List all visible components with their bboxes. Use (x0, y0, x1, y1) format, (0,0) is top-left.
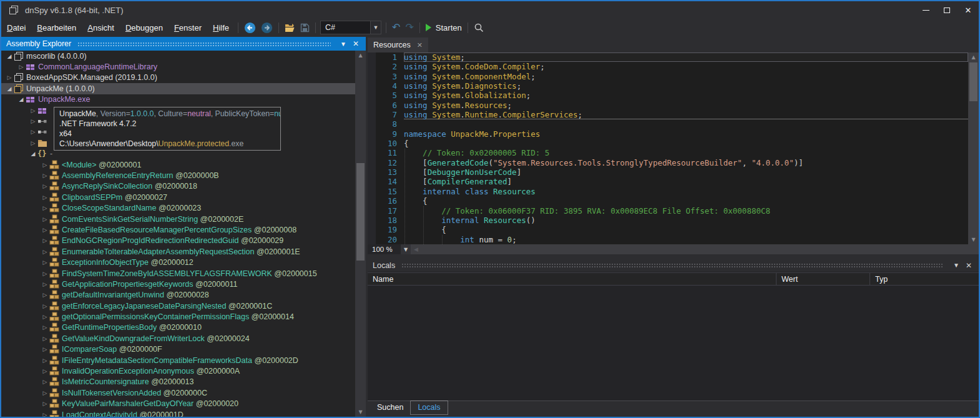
expander-collapsed-icon[interactable]: ▷ (41, 292, 49, 298)
code-line[interactable]: using System.CodeDom.Compiler; (404, 62, 968, 71)
code-line[interactable]: { (404, 196, 968, 206)
expander-expanded-icon[interactable]: ◢ (5, 86, 14, 92)
code-line[interactable]: [GeneratedCode("System.Resources.Tools.S… (404, 158, 968, 167)
code-line[interactable]: int num = 0; (404, 235, 968, 244)
expander-expanded-icon[interactable]: ◢ (5, 53, 14, 59)
expander-collapsed-icon[interactable]: ▷ (41, 412, 49, 417)
bottom-tab-suchen[interactable]: Suchen (370, 401, 410, 414)
code-editor[interactable]: 1234567891011121314151617181920 using Sy… (368, 52, 979, 244)
expander-collapsed-icon[interactable]: ▷ (41, 368, 49, 374)
navigate-back-button[interactable] (242, 21, 258, 35)
expander-collapsed-icon[interactable]: ▷ (41, 390, 49, 396)
menu-debuggen[interactable]: Debuggen (120, 19, 169, 36)
search-button[interactable] (471, 21, 487, 34)
tab-resources[interactable]: Resources ✕ (368, 37, 428, 52)
scroll-up-icon[interactable]: ▲ (968, 52, 979, 62)
code-content[interactable]: using System;using System.CodeDom.Compil… (404, 52, 968, 244)
tree-item[interactable]: ▷<Module> @02000001 (1, 159, 355, 170)
expander-collapsed-icon[interactable]: ▷ (29, 129, 37, 135)
redo-button[interactable]: ↷ (403, 21, 416, 34)
tree-item[interactable]: ◢UnpackMe (1.0.0.0) (1, 83, 355, 94)
tree-item[interactable]: ◢mscorlib (4.0.0.0) (1, 51, 355, 61)
expander-collapsed-icon[interactable]: ▷ (29, 107, 37, 114)
horizontal-scrollbar[interactable]: ◀ (411, 244, 979, 254)
expander-collapsed-icon[interactable]: ▷ (41, 271, 49, 277)
tree-item[interactable]: ▷IsMetricCountersignature @02000013 (1, 377, 355, 387)
code-line[interactable]: using System.Diagnostics; (404, 81, 968, 91)
panel-menu-button[interactable]: ▼ (950, 262, 963, 269)
bottom-tab-locals[interactable]: Locals (410, 401, 448, 415)
tree-item[interactable]: ▷AsyncReplySinkCollection @02000018 (1, 181, 355, 192)
code-line[interactable]: internal Resources() (404, 216, 968, 225)
expander-collapsed-icon[interactable]: ▷ (41, 227, 49, 233)
tree-item[interactable]: ▷AssemblyReferenceEntryReturn @0200000B (1, 170, 355, 181)
code-line[interactable]: // Token: 0x06000F37 RID: 3895 RVA: 0x00… (404, 206, 968, 216)
expander-collapsed-icon[interactable]: ▷ (41, 401, 49, 407)
menu-ansicht[interactable]: Ansicht (82, 19, 120, 36)
expander-collapsed-icon[interactable]: ▷ (41, 194, 49, 201)
expander-collapsed-icon[interactable]: ▷ (41, 249, 49, 255)
tree-item[interactable]: ▷IComparerSoap @0200000F (1, 344, 355, 355)
expander-collapsed-icon[interactable]: ▷ (41, 259, 49, 266)
expander-collapsed-icon[interactable]: ▷ (41, 346, 49, 352)
undo-button[interactable]: ↶ (390, 21, 403, 34)
tree-item[interactable]: ▷IsNullTokensetVersionAdded @0200000C (1, 387, 355, 398)
scroll-down-icon[interactable]: ▼ (968, 235, 979, 244)
code-line[interactable]: // Token: 0x02000005 RID: 5 (404, 148, 968, 157)
expander-collapsed-icon[interactable]: ▷ (41, 237, 49, 244)
expander-collapsed-icon[interactable]: ▷ (41, 162, 49, 168)
tree-item[interactable]: ▷IFileEntryMetadataSectionCompatibleFram… (1, 355, 355, 366)
tree-item[interactable]: ▷InvalidOperationExceptionAnonymous @020… (1, 366, 355, 376)
tree-item[interactable]: ▷getOptionalPermissionsKeyContainerPermi… (1, 311, 355, 322)
tree-item[interactable]: ▷CommonLanguageRuntimeLibrary (1, 61, 355, 72)
menu-bearbeiten[interactable]: Bearbeiten (31, 19, 82, 36)
tree-item[interactable]: ▷EnumerableToIterableAdapterAssemblyRequ… (1, 246, 355, 257)
expander-collapsed-icon[interactable]: ▷ (29, 118, 37, 124)
expander-collapsed-icon[interactable]: ▷ (41, 314, 49, 320)
locals-header[interactable]: Locals ▼ ✕ (368, 259, 979, 272)
open-file-button[interactable] (282, 22, 298, 34)
minimize-button[interactable] (915, 1, 936, 19)
expander-collapsed-icon[interactable]: ▷ (41, 172, 49, 179)
locals-column-wert[interactable]: Wert (777, 273, 870, 285)
expander-collapsed-icon[interactable]: ▷ (29, 140, 37, 146)
tree-item[interactable]: ▷BoxedAppSDK.Managed (2019.1.0.0) (1, 72, 355, 83)
tree-item[interactable]: ▷CloseScopeStandardName @02000023 (1, 202, 355, 213)
scroll-left-icon[interactable]: ◀ (411, 246, 418, 252)
menu-datei[interactable]: Datei (1, 19, 31, 36)
code-line[interactable]: using System.Globalization; (404, 91, 968, 100)
expander-collapsed-icon[interactable]: ▷ (5, 74, 14, 81)
zoom-selector[interactable]: 100 % ▼ (368, 244, 411, 254)
close-button[interactable]: ✕ (958, 1, 979, 19)
code-line[interactable]: [DebuggerNonUserCode] (404, 167, 968, 177)
code-line[interactable]: using System.Runtime.CompilerServices; (404, 110, 968, 119)
expander-collapsed-icon[interactable]: ▷ (41, 336, 49, 342)
tree-item[interactable]: ▷GetValueKindDowngradeFromWriterLock @02… (1, 333, 355, 344)
start-debugging-button[interactable]: Starten (423, 22, 464, 34)
expander-collapsed-icon[interactable]: ▷ (41, 216, 49, 222)
splitter[interactable] (368, 254, 979, 259)
panel-close-button[interactable]: ✕ (350, 39, 362, 48)
scrollbar-thumb[interactable] (356, 163, 365, 261)
tree-item[interactable]: ▷KeyValuePairMarshalerGetDayOfYear @0200… (1, 399, 355, 409)
expander-collapsed-icon[interactable]: ▷ (41, 303, 49, 309)
code-line[interactable]: [CompilerGenerated] (404, 177, 968, 186)
editor-scrollbar[interactable]: ▲ ▼ (968, 52, 979, 244)
expander-expanded-icon[interactable]: ◢ (17, 96, 26, 102)
code-line[interactable]: namespace UnpackMe.Properties (404, 129, 968, 139)
code-line[interactable]: using System.ComponentModel; (404, 72, 968, 81)
expander-collapsed-icon[interactable]: ▷ (41, 205, 49, 211)
scroll-up-icon[interactable]: ▲ (355, 51, 366, 60)
scroll-down-icon[interactable]: ▼ (355, 407, 366, 417)
panel-close-button[interactable]: ✕ (963, 261, 975, 270)
tree-item[interactable]: ◢UnpackMe.exe (1, 94, 355, 105)
tree-item[interactable]: ▷EndNoGCRegionProgIdRedirectionRedirecte… (1, 236, 355, 246)
language-selector[interactable]: C# ▼ (320, 21, 381, 34)
tree-scrollbar[interactable]: ▲ ▼ (355, 51, 366, 417)
scrollbar-thumb[interactable] (969, 62, 978, 101)
tree-item[interactable]: ▷ComEventsSinkGetSerialNumberString @020… (1, 214, 355, 224)
navigate-forward-button[interactable] (258, 21, 275, 35)
panel-menu-button[interactable]: ▼ (337, 41, 350, 47)
code-line[interactable] (404, 119, 968, 129)
tree-item[interactable]: ▷CreateFileBasedResourceManagerPercentGr… (1, 224, 355, 235)
